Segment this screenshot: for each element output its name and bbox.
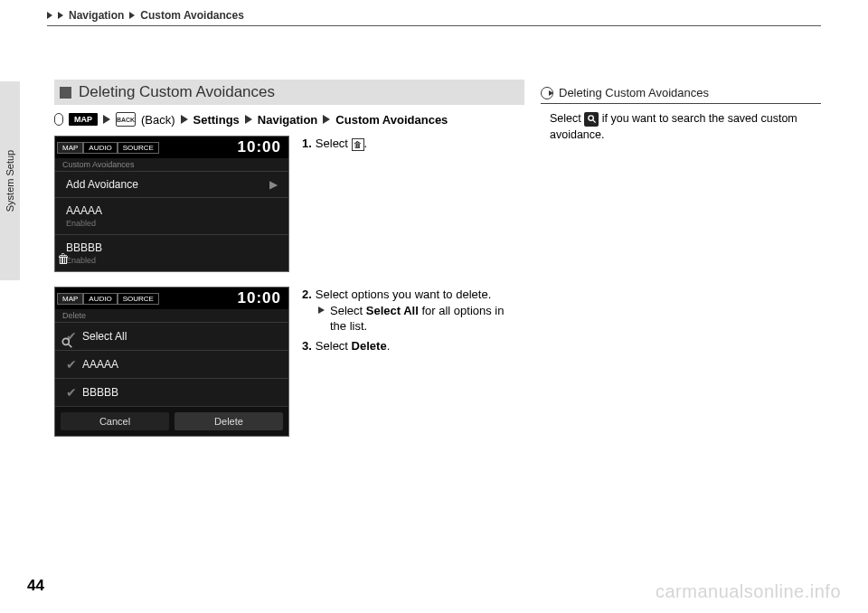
- ss-tab-audio: AUDIO: [83, 293, 117, 305]
- path-navigation: Navigation: [258, 113, 317, 127]
- chevron-right-icon: [181, 115, 188, 124]
- map-chip: MAP: [69, 113, 98, 126]
- ss-tab-audio: AUDIO: [83, 142, 117, 154]
- ss-delete-button: Delete: [175, 412, 283, 430]
- path-custom: Custom Avoidances: [335, 113, 448, 127]
- reference-icon: [541, 87, 553, 99]
- ss-row-label: AAAAA: [66, 204, 102, 217]
- check-icon: ✔: [66, 385, 77, 400]
- search-icon: [61, 336, 73, 352]
- back-icon: BACK: [116, 112, 136, 127]
- step-text: Select options you want to delete.: [316, 288, 491, 301]
- chevron-right-icon: [103, 115, 110, 124]
- svg-line-3: [593, 120, 596, 123]
- ss-cancel-button: Cancel: [61, 412, 169, 430]
- search-icon: [584, 112, 599, 127]
- step-text: Select: [316, 137, 352, 150]
- side-tab: System Setup: [0, 81, 20, 280]
- ss-row-label: AAAAA: [82, 358, 118, 371]
- step-text-bold: Delete: [352, 339, 387, 353]
- ss-clock: 10:00: [238, 138, 287, 156]
- ss-tab-source: SOURCE: [118, 293, 159, 305]
- breadcrumb-item: Custom Avoidances: [140, 9, 243, 22]
- path-settings: Settings: [193, 113, 240, 127]
- square-bullet-icon: [60, 87, 71, 99]
- chevron-right-icon: [129, 12, 135, 19]
- chevron-right-icon: [323, 115, 330, 124]
- screenshot-1: MAP AUDIO SOURCE 10:00 Custom Avoidances…: [54, 136, 289, 272]
- ss-row-sublabel: Enabled: [66, 219, 102, 228]
- svg-line-1: [69, 344, 72, 348]
- breadcrumb: Navigation Custom Avoidances: [47, 9, 821, 26]
- trash-icon: 🗑: [352, 138, 364, 151]
- chevron-right-icon: ▶: [269, 178, 278, 191]
- check-icon: ✔: [66, 357, 77, 372]
- svg-point-0: [62, 338, 69, 344]
- step-3: 3.Select Delete.: [302, 338, 510, 354]
- ss-row-label: BBBBB: [66, 241, 102, 254]
- chevron-right-icon: [58, 12, 63, 19]
- watermark: carmanualsonline.info: [656, 581, 841, 602]
- ss-row-a: AAAAA Enabled: [55, 197, 288, 234]
- ss-row-a: ✔AAAAA: [55, 350, 288, 378]
- screenshot-2: MAP AUDIO SOURCE 10:00 Delete ✔Select Al…: [54, 287, 289, 437]
- side-tab-label: System Setup: [5, 150, 15, 212]
- ss-row-b: ✔BBBBB: [55, 378, 288, 406]
- ss-row-label: Select All: [82, 330, 127, 343]
- step-text: .: [387, 339, 391, 353]
- path-back-label: (Back): [141, 113, 175, 127]
- step-text: Select: [316, 339, 352, 353]
- menu-path: MAP BACK (Back) Settings Navigation Cust…: [54, 112, 524, 127]
- trash-icon: 🗑: [57, 251, 70, 266]
- step-text: .: [364, 137, 368, 150]
- ss-row-b: BBBBB Enabled: [55, 234, 288, 271]
- page-number: 44: [27, 577, 44, 595]
- svg-point-2: [589, 116, 594, 121]
- chevron-right-icon: [318, 306, 325, 314]
- note-header: Deleting Custom Avoidances: [541, 86, 821, 104]
- note-body: Select if you want to search the saved c…: [541, 111, 821, 143]
- ss-subtitle: Custom Avoidances: [55, 158, 288, 171]
- step-text: Select: [330, 304, 366, 317]
- section-title: Deleting Custom Avoidances: [79, 83, 275, 101]
- step-1: 1.Select 🗑.: [302, 136, 510, 152]
- chevron-right-icon: [47, 12, 52, 19]
- step-text-bold: Select All: [366, 304, 419, 317]
- ss-clock: 10:00: [238, 289, 287, 307]
- ss-row-label: Add Avoidance: [66, 178, 138, 191]
- breadcrumb-item: Navigation: [69, 9, 124, 22]
- step-2: 2.Select options you want to delete. Sel…: [302, 287, 510, 335]
- ss-subtitle: Delete: [55, 309, 288, 322]
- voice-icon: [54, 113, 63, 126]
- ss-tab-map: MAP: [57, 142, 83, 154]
- note-title: Deleting Custom Avoidances: [559, 86, 709, 99]
- chevron-right-icon: [245, 115, 252, 124]
- ss-row-add: Add Avoidance ▶: [55, 171, 288, 197]
- ss-row-sublabel: Enabled: [66, 256, 102, 265]
- note-text: Select: [550, 112, 584, 125]
- section-header: Deleting Custom Avoidances: [54, 80, 524, 105]
- ss-tab-source: SOURCE: [118, 142, 159, 154]
- ss-tab-map: MAP: [57, 293, 83, 305]
- ss-row-label: BBBBB: [82, 386, 118, 399]
- ss-row-selectall: ✔Select All: [55, 322, 288, 350]
